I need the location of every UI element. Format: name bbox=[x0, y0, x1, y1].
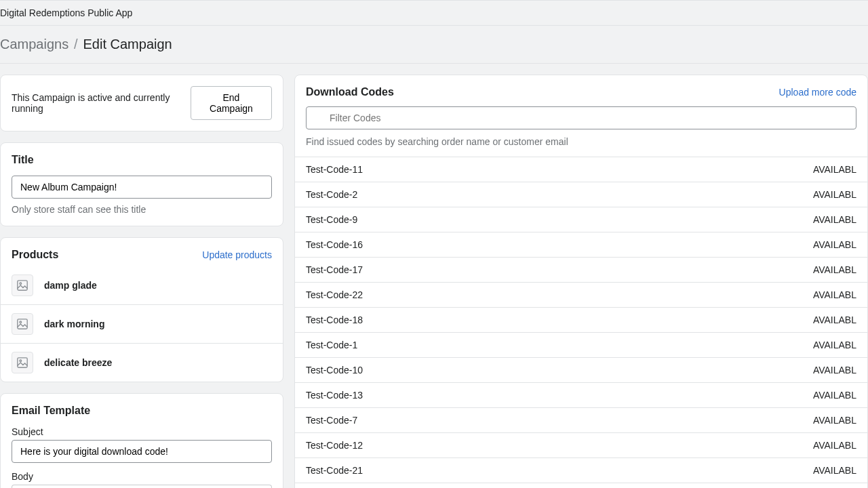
code-status: AVAILABL bbox=[813, 164, 856, 175]
code-status: AVAILABL bbox=[813, 365, 856, 375]
breadcrumb-sep: / bbox=[74, 37, 78, 52]
code-status: AVAILABL bbox=[813, 440, 856, 451]
code-row[interactable]: Test-Code-7 AVAILABL bbox=[295, 407, 867, 432]
code-row[interactable]: Test-Code-12 AVAILABL bbox=[295, 432, 867, 458]
status-card: This Campaign is active and currently ru… bbox=[0, 75, 283, 131]
email-heading: Email Template bbox=[12, 405, 272, 417]
editor-toolbar: B I bbox=[12, 485, 272, 488]
image-placeholder-icon bbox=[12, 313, 33, 335]
code-status: AVAILABL bbox=[813, 189, 856, 200]
image-placeholder-icon bbox=[12, 352, 33, 373]
code-row[interactable]: Test-Code-21 AVAILABL bbox=[295, 458, 867, 483]
title-helper: Only store staff can see this title bbox=[12, 204, 272, 215]
code-row[interactable]: Test-Code-16 AVAILABL bbox=[295, 232, 867, 257]
svg-rect-4 bbox=[18, 358, 27, 367]
code-row[interactable]: Test-Code-13 AVAILABL bbox=[295, 382, 867, 407]
code-row[interactable]: Test-Code-14 AVAILABL bbox=[295, 483, 867, 488]
code-status: AVAILABL bbox=[813, 415, 856, 426]
upload-more-codes-link[interactable]: Upload more code bbox=[779, 87, 856, 98]
breadcrumb: Campaigns / Edit Campaign bbox=[0, 26, 868, 64]
subject-input[interactable] bbox=[12, 440, 272, 463]
code-row[interactable]: Test-Code-2 AVAILABL bbox=[295, 182, 867, 207]
codes-heading: Download Codes bbox=[306, 86, 394, 98]
products-heading: Products bbox=[12, 249, 58, 261]
code-status: AVAILABL bbox=[813, 239, 856, 250]
code-status: AVAILABL bbox=[813, 264, 856, 275]
body-label: Body bbox=[12, 471, 272, 482]
code-status: AVAILABL bbox=[813, 289, 856, 300]
code-value: Test-Code-17 bbox=[306, 264, 363, 275]
filter-helper: Find issued codes by searching order nam… bbox=[295, 129, 867, 157]
code-value: Test-Code-22 bbox=[306, 289, 363, 300]
title-card: Title Only store staff can see this titl… bbox=[0, 142, 283, 226]
title-input[interactable] bbox=[12, 176, 272, 199]
code-value: Test-Code-11 bbox=[306, 164, 363, 175]
svg-point-1 bbox=[20, 283, 22, 285]
code-row[interactable]: Test-Code-17 AVAILABL bbox=[295, 257, 867, 282]
breadcrumb-parent[interactable]: Campaigns bbox=[0, 37, 68, 52]
code-row[interactable]: Test-Code-1 AVAILABL bbox=[295, 332, 867, 357]
code-status: AVAILABL bbox=[813, 390, 856, 401]
code-value: Test-Code-18 bbox=[306, 314, 363, 325]
code-status: AVAILABL bbox=[813, 465, 856, 476]
code-value: Test-Code-1 bbox=[306, 340, 357, 350]
products-card: Products Update products damp glade dark… bbox=[0, 237, 283, 382]
code-value: Test-Code-10 bbox=[306, 365, 363, 375]
code-value: Test-Code-16 bbox=[306, 239, 363, 250]
product-row[interactable]: dark morning bbox=[1, 304, 283, 343]
app-header: Digital Redemptions Public App bbox=[0, 0, 868, 26]
product-row[interactable]: delicate breeze bbox=[1, 343, 283, 382]
filter-codes-input[interactable] bbox=[306, 106, 856, 129]
code-row[interactable]: Test-Code-11 AVAILABL bbox=[295, 157, 867, 182]
code-row[interactable]: Test-Code-9 AVAILABL bbox=[295, 207, 867, 232]
svg-rect-2 bbox=[18, 319, 27, 329]
product-name: damp glade bbox=[44, 280, 97, 291]
code-status: AVAILABL bbox=[813, 314, 856, 325]
breadcrumb-current: Edit Campaign bbox=[83, 37, 172, 52]
code-row[interactable]: Test-Code-10 AVAILABL bbox=[295, 357, 867, 382]
app-name: Digital Redemptions Public App bbox=[0, 7, 132, 18]
svg-point-3 bbox=[20, 321, 22, 323]
code-row[interactable]: Test-Code-18 AVAILABL bbox=[295, 307, 867, 332]
product-name: delicate breeze bbox=[44, 357, 112, 368]
svg-point-5 bbox=[20, 360, 22, 362]
code-row[interactable]: Test-Code-22 AVAILABL bbox=[295, 282, 867, 307]
end-campaign-button[interactable]: End Campaign bbox=[191, 86, 272, 120]
code-value: Test-Code-9 bbox=[306, 214, 357, 225]
code-value: Test-Code-13 bbox=[306, 390, 363, 401]
svg-rect-0 bbox=[18, 281, 27, 290]
download-codes-card: Download Codes Upload more code Find iss… bbox=[294, 75, 868, 488]
subject-label: Subject bbox=[12, 426, 272, 437]
email-template-card: Email Template Subject Body B I bbox=[0, 393, 283, 488]
product-name: dark morning bbox=[44, 319, 104, 329]
product-row[interactable]: damp glade bbox=[1, 266, 283, 304]
update-products-link[interactable]: Update products bbox=[202, 249, 272, 260]
code-value: Test-Code-12 bbox=[306, 440, 363, 451]
code-value: Test-Code-2 bbox=[306, 189, 357, 200]
title-heading: Title bbox=[12, 154, 272, 166]
code-value: Test-Code-7 bbox=[306, 415, 357, 426]
code-value: Test-Code-21 bbox=[306, 465, 363, 476]
code-status: AVAILABL bbox=[813, 214, 856, 225]
image-placeholder-icon bbox=[12, 274, 33, 296]
status-text: This Campaign is active and currently ru… bbox=[12, 92, 191, 114]
code-status: AVAILABL bbox=[813, 340, 856, 350]
